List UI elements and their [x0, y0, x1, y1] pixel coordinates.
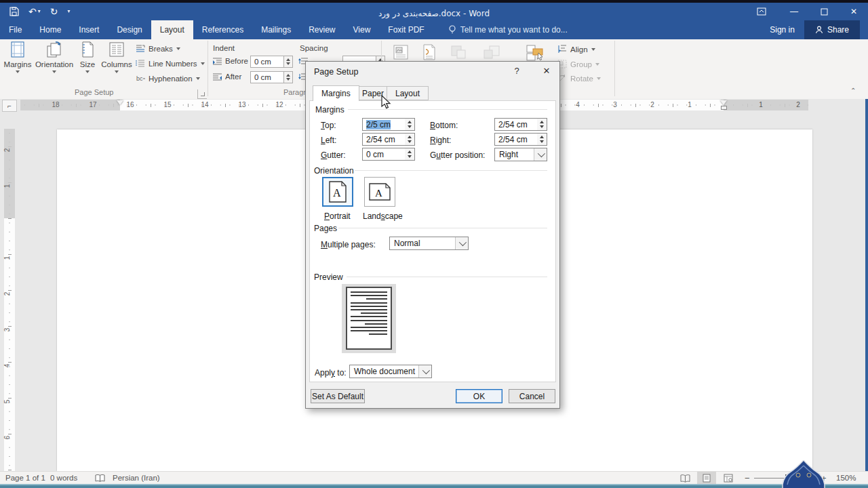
cancel-button[interactable]: Cancel	[509, 389, 555, 403]
right-label: Right:	[430, 136, 451, 145]
page-setup-dialog-launcher[interactable]	[197, 89, 207, 99]
right-margin-spinner[interactable]	[537, 133, 547, 146]
zoom-out-button[interactable]: −	[745, 473, 750, 483]
portrait-tile[interactable]: A	[322, 177, 353, 207]
orientation-button[interactable]: Orientation	[35, 41, 73, 89]
tab-foxit-pdf[interactable]: Foxit PDF	[379, 20, 433, 39]
hanging-indent-marker[interactable]	[720, 100, 727, 105]
position-button-icon[interactable]	[392, 43, 410, 61]
align-button[interactable]: Align	[557, 43, 595, 55]
bottom-margin-input[interactable]: 2/54 cm	[494, 118, 538, 131]
group-button[interactable]: Group	[557, 58, 599, 70]
spacing-label: Spacing	[300, 44, 328, 52]
tab-layout[interactable]: Layout	[151, 20, 193, 39]
close-button[interactable]: ✕	[844, 3, 864, 20]
page-setup-group-label: Page Setup	[75, 88, 114, 96]
maximize-button[interactable]	[814, 3, 834, 20]
gutter-input[interactable]: 0 cm	[362, 148, 406, 161]
window-bottom-edge	[0, 484, 868, 488]
indent-before-label: Before	[225, 57, 248, 65]
collapse-ribbon-button[interactable]: ⌃	[850, 87, 856, 94]
dialog-help-button[interactable]: ?	[509, 66, 524, 78]
word-count-indicator[interactable]: 0 words	[50, 474, 77, 482]
tab-design[interactable]: Design	[108, 20, 151, 39]
ok-button[interactable]: OK	[456, 389, 502, 403]
orientation-section-label: Orientation	[314, 166, 354, 176]
left-margin-input[interactable]: 2/54 cm	[362, 133, 406, 146]
bottom-margin-spinner[interactable]	[537, 118, 547, 131]
ribbon-display-options-button[interactable]	[751, 3, 772, 20]
dropdown-chevron-icon	[534, 148, 547, 161]
hruler-margin-number: 2	[796, 101, 800, 108]
indent-after-input[interactable]: 0 cm	[250, 71, 284, 83]
tab-stop-selector[interactable]: ⌐	[2, 100, 17, 112]
gutter-spinner[interactable]	[405, 148, 415, 161]
first-line-indent-marker[interactable]	[117, 100, 123, 105]
margins-dropdown-caret	[16, 70, 20, 73]
page-setup-dialog: Page Setup ? ✕ Margins Paper Layout Marg…	[305, 61, 560, 409]
sign-in-link[interactable]: Sign in	[760, 20, 804, 39]
send-backward-icon[interactable]	[481, 43, 502, 61]
vruler-number: 5	[3, 400, 11, 404]
dialog-close-button[interactable]: ✕	[539, 66, 554, 78]
columns-button[interactable]: Columns	[100, 41, 133, 89]
minimize-button[interactable]: —	[784, 3, 804, 20]
align-caret	[591, 48, 595, 51]
tell-me-box[interactable]: Tell me what you want to do...	[448, 20, 568, 39]
tab-view[interactable]: View	[344, 20, 380, 39]
gutter-position-dropdown[interactable]: Right	[494, 148, 547, 161]
preview-text-line	[351, 327, 387, 328]
ribbon-tabs: FileHomeInsertDesignLayoutReferencesMail…	[0, 20, 433, 39]
tab-references[interactable]: References	[193, 20, 252, 39]
preview-section-label: Preview	[314, 272, 343, 282]
share-button[interactable]: Share	[804, 20, 860, 39]
top-margin-input[interactable]: 2/5 cm	[362, 118, 406, 131]
tab-mailings[interactable]: Mailings	[252, 20, 300, 39]
wrap-text-button-icon[interactable]	[420, 43, 438, 61]
tab-file[interactable]: File	[0, 20, 31, 39]
selection-pane-icon[interactable]	[525, 43, 545, 62]
dialog-tab-margins[interactable]: Margins	[313, 85, 359, 101]
landscape-tile[interactable]: A	[364, 177, 395, 207]
hruler-number: 12	[275, 101, 283, 108]
right-margin-input[interactable]: 2/54 cm	[494, 133, 538, 146]
channel-watermark-logo	[762, 460, 845, 488]
preview-text-line	[351, 302, 387, 304]
vertical-ruler[interactable]: 211234567	[4, 129, 15, 471]
tab-home[interactable]: Home	[31, 20, 70, 39]
dialog-tab-layout[interactable]: Layout	[387, 86, 429, 100]
multiple-pages-dropdown[interactable]: Normal	[389, 237, 469, 250]
bring-forward-icon[interactable]	[449, 43, 469, 61]
line-numbers-caret	[201, 62, 205, 65]
svg-text:bc: bc	[136, 75, 143, 82]
print-layout-button[interactable]	[697, 472, 716, 485]
breaks-button[interactable]: Breaks	[136, 43, 180, 54]
line-numbers-button[interactable]: Line Numbers	[136, 58, 205, 69]
web-layout-button[interactable]	[719, 472, 738, 485]
hyphenation-button[interactable]: bc Hyphenation	[136, 73, 200, 84]
left-indent-marker[interactable]	[721, 106, 727, 110]
top-margin-spinner[interactable]	[405, 118, 415, 131]
preview-text-line	[351, 295, 387, 296]
indent-before-input[interactable]: 0 cm	[250, 56, 284, 68]
tab-review[interactable]: Review	[300, 20, 344, 39]
tab-insert[interactable]: Insert	[70, 20, 108, 39]
apply-to-dropdown[interactable]: Whole document	[349, 365, 432, 378]
page-count-indicator[interactable]: Page 1 of 1	[5, 474, 45, 482]
margins-button[interactable]: Margins	[3, 41, 33, 89]
read-mode-button[interactable]	[675, 472, 694, 485]
top-label: Top:	[321, 121, 336, 130]
indent-after-spinner[interactable]	[284, 71, 293, 83]
status-bar: Page 1 of 1 0 words Persian (Iran) − + 1…	[0, 471, 868, 485]
dropdown-chevron-icon	[418, 365, 431, 378]
rotate-button[interactable]: Rotate	[557, 73, 601, 84]
indent-before-spinner[interactable]	[284, 56, 293, 68]
mouse-cursor	[381, 95, 392, 110]
landscape-page-icon: A	[368, 182, 391, 201]
size-button[interactable]: Size	[76, 41, 99, 89]
proofing-status-icon[interactable]	[95, 474, 105, 483]
left-margin-spinner[interactable]	[405, 133, 415, 146]
pages-section-label: Pages	[314, 224, 337, 233]
language-indicator[interactable]: Persian (Iran)	[113, 474, 160, 482]
set-as-default-button[interactable]: Set As Default	[311, 389, 365, 403]
